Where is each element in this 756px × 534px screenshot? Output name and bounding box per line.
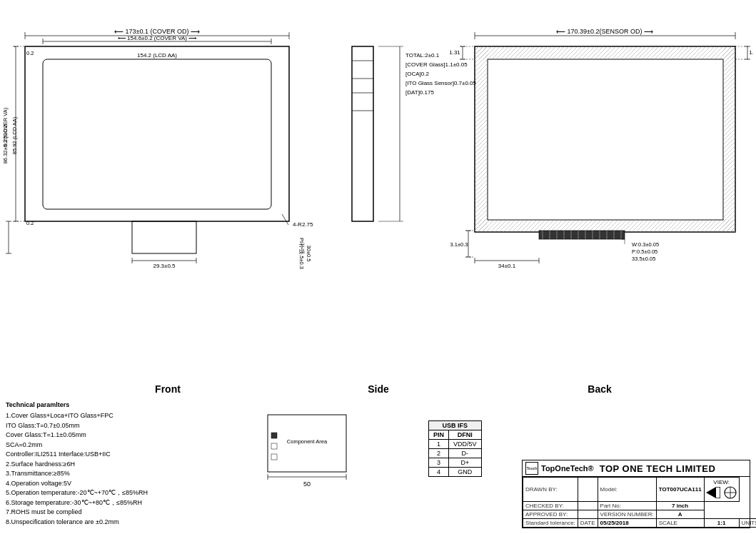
usb-row-3: 3 D+ xyxy=(429,458,482,468)
usb-row-4: 4 GND xyxy=(429,468,482,477)
view-arrows xyxy=(706,485,737,500)
side-total: TOTAL:2±0.1 xyxy=(405,52,440,59)
company-logo: Touch TopOneTech® xyxy=(525,462,594,475)
dim-0-2-top: 0.2 xyxy=(26,50,34,56)
svg-rect-64 xyxy=(271,443,277,449)
tb-approved-value xyxy=(578,510,598,519)
tech-line-2: Cover Glass:T=1.1±0.05mm xyxy=(6,430,148,440)
tb-row-drawn: DRAWN BY: Model: TOT007UCA111 VIEW: xyxy=(523,478,757,502)
dim-cover-od-width: ⟵ 173±0.1 (COVER OD) ⟶ xyxy=(114,28,200,35)
connector-area-label: Component Area xyxy=(287,438,328,445)
view-crosshair xyxy=(723,485,737,500)
tech-line-0: 1.Cover Glass+Loca+ITO Glass+FPC xyxy=(6,411,148,421)
tb-row-checked: CHECKED BY: Part No: 7 inch xyxy=(523,502,757,510)
back-dim-33-5: 33.5±0.05 xyxy=(632,256,655,262)
tb-part-no-value: 7 inch xyxy=(656,502,704,510)
usb-pin-1: 1 xyxy=(429,440,449,449)
tech-params-title: Technical paramlters xyxy=(6,400,148,410)
tech-line-1: ITO Glass:T=0.7±0.05mm xyxy=(6,421,148,431)
back-hatch-bottom xyxy=(475,219,735,232)
usb-col-pin: PIN xyxy=(429,430,449,440)
side-ito-glass: [ITO Glass Sensor]0.7±0.05 xyxy=(405,80,477,86)
dim-corner-radius: 4-R2.75 xyxy=(293,221,313,228)
back-view-label: Back xyxy=(464,383,735,395)
tb-row-std: Standard tolerance: DATE 05/25/2018 SCAL… xyxy=(523,519,757,528)
schematic-svg: ⟵ 173±0.1 (COVER OD) ⟶ ⟵ 154.6±0.2 (COVE… xyxy=(4,4,753,389)
company-full-name: TOP ONE TECH LIMITED xyxy=(600,463,716,474)
tb-model-label: Model: xyxy=(598,478,656,502)
brand-name: TopOneTech® xyxy=(541,464,594,473)
dim-cover-va-height: 86.32±0.2 (COVER VA) xyxy=(4,107,9,163)
usb-pin-4: 4 xyxy=(429,468,449,477)
front-cover-od xyxy=(25,46,289,221)
logo-box: Touch xyxy=(525,462,538,475)
tech-line-10: 7.ROHS must be complied xyxy=(6,508,148,518)
tb-drawn-label: DRAWN BY: xyxy=(523,478,578,502)
usb-pin-3: 3 xyxy=(429,458,449,468)
tech-line-3: SCA=0.2mm xyxy=(6,440,148,450)
side-dat: [DAT]0.175 xyxy=(405,89,434,96)
back-hatch-left xyxy=(475,46,488,232)
svg-rect-63 xyxy=(271,433,277,438)
usb-row-2: 2 D- xyxy=(429,449,482,458)
tb-scale-value: 1:1 xyxy=(704,519,739,528)
usb-row-1: 1 VDD/5V xyxy=(429,440,482,449)
tech-line-8: 5.Operation temperature:-20℃~+70℃，≤85%RH xyxy=(6,488,148,498)
tech-line-5: 2.Surface hardness:≥6H xyxy=(6,460,148,470)
back-dim-3-1: 3.1±0.3 xyxy=(450,241,468,248)
side-cover-glass: [COVER Glass]1.1±0.05 xyxy=(405,61,468,68)
usb-col-dfni: DFNI xyxy=(449,430,482,440)
usb-ifs-title: USB IFS xyxy=(429,421,482,430)
tb-model-value: TOT007UCA111 xyxy=(656,478,704,502)
usb-dfni-1: VDD/5V xyxy=(449,440,482,449)
dim-lcd-aa-height: 85.92 (LCD AA) xyxy=(11,116,18,154)
tb-date-value: 05/25/2018 xyxy=(598,519,656,528)
tb-units-label: UNITS xyxy=(739,519,756,528)
tb-row-approved: APPROVED BY: VERSION NUMBER: A xyxy=(523,510,757,519)
view-arrow-left xyxy=(706,487,720,498)
tb-view-cell: VIEW: xyxy=(704,478,739,502)
side-oca: [OCA]0.2 xyxy=(405,71,429,77)
dim-0-2-bottom: 0.2 xyxy=(26,220,34,226)
front-view-label: Front xyxy=(0,383,336,395)
tech-params: Technical paramlters 1.Cover Glass+Loca+… xyxy=(6,400,148,528)
tb-view-label: VIEW: xyxy=(706,479,737,485)
connector-dim-50: 50 xyxy=(303,480,311,488)
dim-lcd-aa-width: 154.2 (LCD AA) xyxy=(137,52,177,59)
tb-version-value: A xyxy=(656,510,704,519)
tech-line-7: 4.Operation voltage:5V xyxy=(6,479,148,489)
dim-bottom: 29.3±0.5 xyxy=(153,263,176,269)
dim-pi-label: PI补强.5±0.3 xyxy=(298,238,305,269)
svg-rect-25 xyxy=(488,59,723,220)
dim-cover-va-width: ⟵ 154.6±0.2 (COVER VA) ⟶ xyxy=(118,35,197,41)
side-view-outline xyxy=(352,46,373,221)
back-dim-w: W:0.3±0.05 xyxy=(632,241,659,248)
usb-ifs-container: USB IFS PIN DFNI 1 VDD/5V 2 D- 3 D+ 4 GN… xyxy=(428,420,482,477)
title-block-header: Touch TopOneTech® TOP ONE TECH LIMITED xyxy=(523,460,750,477)
usb-dfni-3: D+ xyxy=(449,458,482,468)
usb-dfni-4: GND xyxy=(449,468,482,477)
back-sensor-od-width: ⟵ 170.39±0.2(SENSOR OD) ⟶ xyxy=(556,28,653,35)
title-block-rows: DRAWN BY: Model: TOT007UCA111 VIEW: xyxy=(523,477,756,528)
tb-std-tolerance-label: Standard tolerance: xyxy=(523,519,578,528)
svg-marker-72 xyxy=(706,487,716,498)
back-hatch-right xyxy=(722,46,735,232)
usb-dfni-2: D- xyxy=(449,449,482,458)
back-dim-34: 34±0.1 xyxy=(498,263,516,269)
tb-checked-value xyxy=(578,502,598,510)
back-dim-1-31-left: 1.31 xyxy=(449,49,460,56)
connector-diagram: Component Area 50 26.19 xyxy=(264,411,357,495)
tb-checked-label: CHECKED BY: xyxy=(523,502,578,510)
tech-line-6: 3.Transmittance:≥85% xyxy=(6,469,148,479)
tb-part-no-label: Part No: xyxy=(598,502,656,510)
connector-svg: Component Area 50 26.19 xyxy=(264,411,357,493)
tech-line-11: 8.Unspecification tolerance are ±0.2mm xyxy=(6,518,148,528)
tech-line-4: Controller:ILI2511 Interface:USB+IIC xyxy=(6,450,148,460)
logo-touch-text: Touch xyxy=(527,466,538,470)
back-sensor-od xyxy=(475,46,735,232)
back-dim-p: P:0.5±0.05 xyxy=(632,248,657,255)
tb-approved-label: APPROVED BY: xyxy=(523,510,578,519)
dim-pi-30: 30±0.5 xyxy=(306,246,312,262)
usb-pin-2: 2 xyxy=(429,449,449,458)
tech-line-9: 6.Storage temperature:-30℃~+80℃，≤85%RH xyxy=(6,498,148,508)
